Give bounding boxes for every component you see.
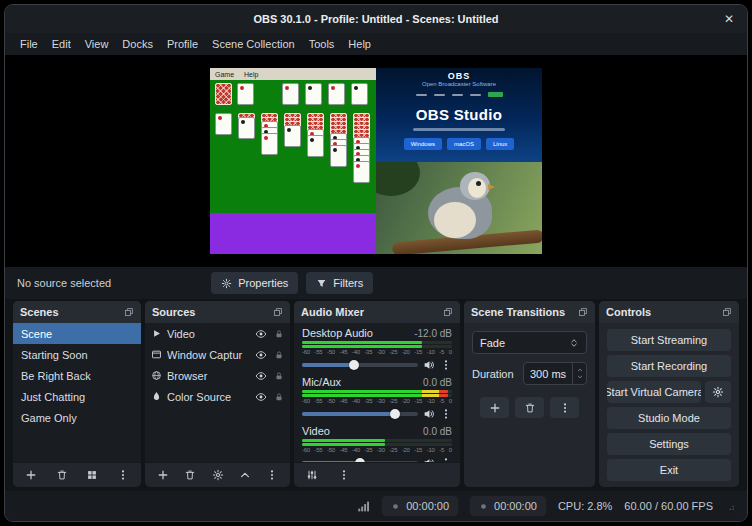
video-capture-bird bbox=[376, 162, 542, 254]
bird-eye-shape bbox=[476, 181, 481, 186]
trash-icon bbox=[56, 469, 68, 481]
menu-file[interactable]: File bbox=[13, 36, 45, 52]
remove-transition-button[interactable] bbox=[515, 397, 544, 418]
add-scene-button[interactable] bbox=[23, 467, 39, 483]
studio-mode-button[interactable]: Studio Mode bbox=[607, 407, 731, 429]
audio-meter bbox=[302, 390, 452, 397]
menu-view[interactable]: View bbox=[78, 36, 116, 52]
trash-icon bbox=[184, 469, 196, 481]
menu-profile[interactable]: Profile bbox=[160, 36, 205, 52]
lock-icon[interactable] bbox=[274, 329, 284, 339]
popout-icon[interactable] bbox=[578, 307, 588, 317]
controls-header: Controls bbox=[599, 301, 739, 323]
scene-grid-mode-button[interactable] bbox=[84, 467, 100, 483]
chevron-up-icon bbox=[239, 469, 251, 481]
remove-source-button[interactable] bbox=[182, 467, 198, 483]
filters-button[interactable]: Filters bbox=[306, 272, 373, 294]
source-item[interactable]: Browser bbox=[145, 365, 290, 386]
record-status-dot-icon bbox=[479, 502, 488, 511]
duration-label: Duration bbox=[472, 368, 514, 380]
card-face bbox=[282, 83, 299, 105]
stream-status-dot-icon bbox=[391, 502, 400, 511]
lock-icon[interactable] bbox=[274, 350, 284, 360]
volume-slider-handle[interactable] bbox=[390, 409, 400, 419]
exit-button[interactable]: Exit bbox=[607, 459, 731, 481]
card-face bbox=[330, 145, 347, 167]
sources-menu-button[interactable] bbox=[264, 467, 280, 483]
scenes-menu-button[interactable] bbox=[115, 467, 131, 483]
move-source-up-button[interactable] bbox=[237, 467, 253, 483]
audio-meter-bar bbox=[302, 341, 452, 344]
popout-icon[interactable] bbox=[124, 307, 134, 317]
add-transition-button[interactable] bbox=[480, 397, 509, 418]
grid-icon bbox=[86, 469, 98, 481]
solitaire-menu: GameHelp bbox=[210, 68, 376, 80]
speaker-icon[interactable] bbox=[423, 408, 435, 420]
eye-icon[interactable] bbox=[255, 391, 267, 403]
gear-icon bbox=[712, 386, 724, 398]
controls-dock: Controls Start StreamingStart RecordingS… bbox=[599, 301, 739, 487]
start-streaming-button[interactable]: Start Streaming bbox=[607, 329, 731, 351]
scene-item[interactable]: Just Chatting bbox=[13, 386, 141, 407]
start-virtual-camera-button[interactable]: Start Virtual Camera bbox=[607, 381, 701, 403]
menu-tools[interactable]: Tools bbox=[302, 36, 342, 52]
scene-item[interactable]: Scene bbox=[13, 323, 141, 344]
menu-scene-collection[interactable]: Scene Collection bbox=[205, 36, 302, 52]
eye-icon[interactable] bbox=[255, 349, 267, 361]
resize-grip-icon[interactable] bbox=[725, 501, 735, 511]
transition-menu-button[interactable] bbox=[550, 397, 579, 418]
lock-icon[interactable] bbox=[274, 371, 284, 381]
preview-area[interactable]: GameHelp OBS Open Broadcaster Software bbox=[5, 55, 747, 267]
transition-select[interactable]: Fade bbox=[472, 331, 587, 354]
add-source-button[interactable] bbox=[155, 467, 171, 483]
record-timer: 00:00:00 bbox=[470, 496, 546, 516]
sources-dock-header: Sources bbox=[145, 301, 290, 323]
menu-docks[interactable]: Docks bbox=[115, 36, 160, 52]
mixer-channel-header: Video0.0 dB bbox=[294, 423, 460, 438]
card-face bbox=[237, 83, 254, 105]
spin-up-icon[interactable] bbox=[576, 367, 584, 373]
start-recording-button[interactable]: Start Recording bbox=[607, 355, 731, 377]
site-tagline: Open Broadcaster Software bbox=[376, 81, 542, 87]
spin-down-icon[interactable] bbox=[576, 374, 584, 380]
window-capture-solitaire: GameHelp bbox=[210, 68, 376, 213]
source-item[interactable]: Video bbox=[145, 323, 290, 344]
advanced-audio-button[interactable] bbox=[304, 467, 320, 483]
virtual-camera-settings-button[interactable] bbox=[705, 381, 731, 403]
volume-slider[interactable] bbox=[302, 461, 418, 462]
source-properties-button[interactable] bbox=[210, 467, 226, 483]
popout-icon[interactable] bbox=[273, 307, 283, 317]
source-label: Browser bbox=[167, 370, 250, 382]
plus-icon bbox=[489, 402, 501, 414]
scene-item[interactable]: Starting Soon bbox=[13, 344, 141, 365]
audio-mixer-header: Audio Mixer bbox=[294, 301, 460, 323]
kebab-icon[interactable] bbox=[440, 359, 452, 371]
speaker-icon[interactable] bbox=[423, 359, 435, 371]
menu-edit[interactable]: Edit bbox=[45, 36, 78, 52]
kebab-icon bbox=[338, 469, 350, 481]
volume-slider[interactable] bbox=[302, 412, 418, 416]
duration-spinbox[interactable]: 300 ms bbox=[523, 362, 587, 385]
bird-belly-shape bbox=[434, 202, 476, 238]
kebab-icon[interactable] bbox=[440, 408, 452, 420]
scene-item[interactable]: Be Right Back bbox=[13, 365, 141, 386]
volume-slider-handle[interactable] bbox=[349, 360, 359, 370]
source-item[interactable]: Color Source bbox=[145, 386, 290, 407]
popout-icon[interactable] bbox=[722, 307, 732, 317]
scene-item[interactable]: Game Only bbox=[13, 407, 141, 428]
volume-slider[interactable] bbox=[302, 363, 418, 367]
lock-icon[interactable] bbox=[274, 392, 284, 402]
settings-button[interactable]: Settings bbox=[607, 433, 731, 455]
duration-value: 300 ms bbox=[524, 368, 572, 380]
eye-icon[interactable] bbox=[255, 370, 267, 382]
popout-icon[interactable] bbox=[443, 307, 453, 317]
source-status-label: No source selected bbox=[17, 277, 111, 289]
properties-button[interactable]: Properties bbox=[211, 272, 298, 294]
eye-icon[interactable] bbox=[255, 328, 267, 340]
source-item[interactable]: Window Captur bbox=[145, 344, 290, 365]
mixer-menu-button[interactable] bbox=[336, 467, 352, 483]
remove-scene-button[interactable] bbox=[54, 467, 70, 483]
close-button[interactable]: ✕ bbox=[724, 5, 734, 33]
volume-slider-handle[interactable] bbox=[355, 458, 365, 462]
menu-help[interactable]: Help bbox=[341, 36, 378, 52]
